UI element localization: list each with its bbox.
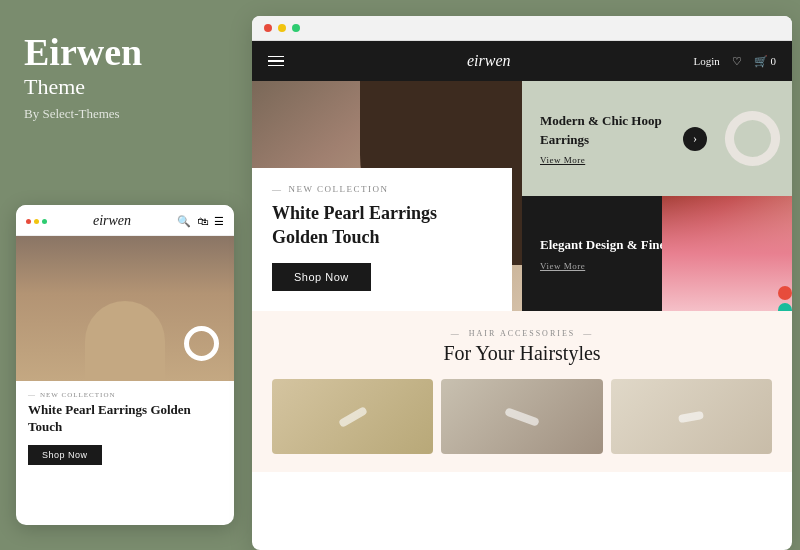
login-link[interactable]: Login xyxy=(693,55,719,67)
brand-subtitle: Theme xyxy=(24,74,224,100)
accessories-section-title: For Your Hairstyles xyxy=(272,342,772,365)
panel-top: Modern & Chic Hoop Earrings View More › xyxy=(522,81,792,196)
mobile-mockup: eirwen 🔍 🛍 ☰ NEW COLLECTION White Pearl … xyxy=(16,205,234,525)
accessories-section: HAIR ACCESSORIES For Your Hairstyles xyxy=(252,311,792,472)
mobile-shop-now-button[interactable]: Shop Now xyxy=(28,445,102,465)
indicator-red xyxy=(778,286,792,300)
browser-dot-yellow xyxy=(278,24,286,32)
browser-logo: eirwen xyxy=(467,52,511,70)
bottom-face xyxy=(662,196,792,311)
panel-top-view-more[interactable]: View More xyxy=(540,155,694,165)
mobile-dot-yellow xyxy=(34,219,39,224)
browser-dot-green xyxy=(292,24,300,32)
hero-main-image: NEW COLLECTION White Pearl Earrings Gold… xyxy=(252,81,522,311)
hero-product-title: White Pearl Earrings Golden Touch xyxy=(272,202,492,249)
pin-shape xyxy=(504,407,540,426)
accessory-item-2[interactable] xyxy=(441,379,602,454)
wishlist-icon[interactable]: ♡ xyxy=(732,55,742,68)
accessory-item-3[interactable] xyxy=(611,379,772,454)
hamburger-icon[interactable]: ☰ xyxy=(214,215,224,228)
new-collection-label: NEW COLLECTION xyxy=(272,184,492,194)
pin-shape xyxy=(678,410,704,422)
indicator-teal xyxy=(778,303,792,311)
panel-earring-image xyxy=(712,81,792,196)
hero-overlay-card: NEW COLLECTION White Pearl Earrings Gold… xyxy=(252,168,512,311)
accessory-pin-2 xyxy=(504,413,539,421)
mobile-nav-icons: 🔍 🛍 ☰ xyxy=(177,215,224,228)
accessory-item-1[interactable] xyxy=(272,379,433,454)
mobile-product-title: White Pearl Earrings Golden Touch xyxy=(28,402,222,436)
left-panel: Eirwen Theme By Select-Themes eirwen 🔍 🛍… xyxy=(0,0,248,550)
hamburger-line xyxy=(268,60,284,62)
side-indicators xyxy=(778,286,792,311)
panel-bottom: Elegant Design & Fine Details View More xyxy=(522,196,792,311)
earring-hoop xyxy=(718,105,785,172)
browser-navbar: eirwen Login ♡ 🛒 0 xyxy=(252,41,792,81)
browser-dot-red xyxy=(264,24,272,32)
brand-title: Eirwen xyxy=(24,32,224,74)
hamburger-line xyxy=(268,56,284,58)
accessories-grid xyxy=(272,379,772,454)
panel-arrow-icon[interactable]: › xyxy=(683,127,707,151)
hamburger-menu-icon[interactable] xyxy=(268,56,284,67)
browser-chrome xyxy=(252,16,792,41)
mobile-header: eirwen 🔍 🛍 ☰ xyxy=(16,205,234,236)
mobile-logo: eirwen xyxy=(93,213,131,229)
mobile-dot-green xyxy=(42,219,47,224)
accessory-pin-1 xyxy=(338,413,368,421)
mobile-content: NEW COLLECTION White Pearl Earrings Gold… xyxy=(16,381,234,475)
panel-top-title: Modern & Chic Hoop Earrings xyxy=(540,112,694,148)
brand-by: By Select-Themes xyxy=(24,106,224,122)
browser-nav-right: Login ♡ 🛒 0 xyxy=(693,55,776,68)
panel-bottom-image xyxy=(662,196,792,311)
shop-now-button[interactable]: Shop Now xyxy=(272,263,371,291)
cart-icon[interactable]: 🛍 xyxy=(197,215,208,227)
mobile-dot-red xyxy=(26,219,31,224)
hamburger-line xyxy=(268,65,284,67)
search-icon[interactable]: 🔍 xyxy=(177,215,191,228)
mobile-window-dots xyxy=(26,219,47,224)
accessory-pin-3 xyxy=(679,413,704,421)
accessories-header: HAIR ACCESSORIES For Your Hairstyles xyxy=(272,329,772,365)
hero-right-panels: Modern & Chic Hoop Earrings View More › … xyxy=(522,81,792,311)
mobile-hero-image xyxy=(16,236,234,381)
mobile-hero-face xyxy=(16,236,234,381)
mobile-earring-circle xyxy=(184,326,219,361)
mobile-new-collection-label: NEW COLLECTION xyxy=(28,391,222,399)
browser-mockup: eirwen Login ♡ 🛒 0 NEW COLLECTION White … xyxy=(252,16,792,550)
hero-section: NEW COLLECTION White Pearl Earrings Gold… xyxy=(252,81,792,311)
cart-icon[interactable]: 🛒 0 xyxy=(754,55,776,68)
accessories-category-label: HAIR ACCESSORIES xyxy=(272,329,772,338)
pin-shape xyxy=(338,406,368,428)
